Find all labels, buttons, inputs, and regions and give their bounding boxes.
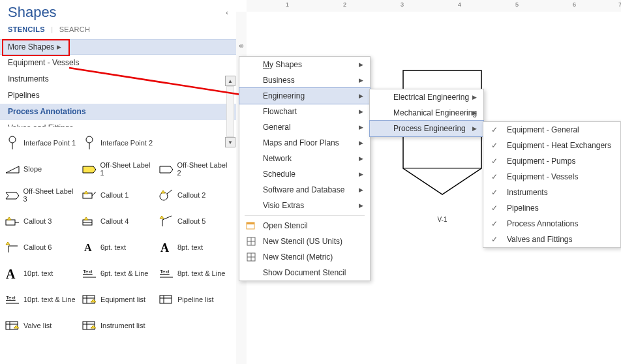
shape-item[interactable]: Off-Sheet Label 1 <box>81 158 155 180</box>
shape-item[interactable]: Callout 2 <box>158 184 232 206</box>
menu-item-instruments[interactable]: ✓Instruments <box>483 185 620 200</box>
menu-item-process-engineering[interactable]: Process Engineering▶ <box>369 120 484 137</box>
shape-item[interactable]: Instrument list <box>81 314 155 337</box>
shape-label: Callout 4 <box>100 217 129 225</box>
shape-item[interactable]: Off-Sheet Label 3 <box>4 184 78 206</box>
scroll-track[interactable] <box>226 86 234 137</box>
shape-item[interactable]: Callout 4 <box>81 210 155 232</box>
menu-item-equipment-pumps[interactable]: ✓Equipment - Pumps <box>483 153 620 169</box>
shape-item[interactable]: Callout 3 <box>4 210 78 232</box>
stencil-row[interactable]: Pipelines <box>0 87 236 104</box>
stencil-row[interactable]: Process Annotations <box>0 104 236 120</box>
shape-item[interactable]: Off-Sheet Label 2 <box>158 158 232 180</box>
shape-item[interactable]: Valve list <box>4 314 78 337</box>
tab-search[interactable]: SEARCH <box>59 25 91 33</box>
menu-item-open-stencil[interactable]: Open Stencil <box>239 218 370 234</box>
chevron-right-icon: ▶ <box>359 187 363 193</box>
collapse-shapes-icon[interactable]: ‹ <box>226 8 228 16</box>
shape-label: Callout 3 <box>23 217 52 225</box>
chevron-right-icon: ▶ <box>359 108 363 115</box>
shape-label: Off-Sheet Label 3 <box>23 187 78 203</box>
stencil-row[interactable]: Instruments <box>0 71 236 87</box>
stencil-row[interactable]: Equipment - Vessels <box>0 55 236 71</box>
shape-item[interactable]: Equipment list <box>81 288 155 311</box>
more-shapes-menu: My Shapes▶ Business▶ Engineering▶ Flowch… <box>239 56 371 281</box>
svg-text:Text: Text <box>6 295 16 301</box>
shape-item[interactable]: Interface Point 1 <box>4 132 78 154</box>
callout-icon <box>4 213 21 230</box>
menu-item-equipment-general[interactable]: ✓Equipment - General <box>483 122 620 138</box>
menu-item-equipment-heat-exchangers[interactable]: ✓Equipment - Heat Exchangers <box>483 138 620 153</box>
menu-item-show-document-stencil[interactable]: Show Document Stencil <box>239 265 370 281</box>
shape-item[interactable]: Callout 6 <box>4 236 78 258</box>
shape-item[interactable]: Text8pt. text & Line <box>158 262 232 284</box>
menu-item-schedule[interactable]: Schedule▶ <box>239 166 370 182</box>
menu-item-flowchart[interactable]: Flowchart▶ <box>239 104 370 119</box>
shape-label: Pipeline list <box>177 296 214 303</box>
shape-label: Off-Sheet Label 2 <box>177 161 232 177</box>
shape-label: Slope <box>23 165 42 173</box>
slope-icon <box>4 160 21 177</box>
more-shapes-row[interactable]: More Shapes ▶ <box>0 39 236 55</box>
vessel-shape[interactable]: V-1 <box>390 57 494 223</box>
menu-item-maps-floor-plans[interactable]: Maps and Floor Plans▶ <box>239 135 370 151</box>
ruler-tick: 1 <box>286 1 289 8</box>
menu-item-general[interactable]: General▶ <box>239 119 370 135</box>
shapes-panel: Shapes ‹ STENCILS | SEARCH More Shapes ▶… <box>0 0 237 364</box>
shape-item[interactable]: Interface Point 2 <box>81 132 155 154</box>
menu-item-visio-extras[interactable]: Visio Extras▶ <box>239 198 370 213</box>
menu-item-my-shapes[interactable]: My Shapes▶ <box>239 57 370 72</box>
shape-item[interactable]: A6pt. text <box>81 236 155 258</box>
shape-item[interactable]: Text10pt. text & Line <box>4 288 78 311</box>
menu-item-electrical-engineering[interactable]: Electrical Engineering▶ <box>370 89 483 105</box>
tab-stencils[interactable]: STENCILS <box>8 25 45 33</box>
chevron-right-icon: ▶ <box>472 94 477 100</box>
menu-item-valves-and-fittings[interactable]: ✓Valves and Fittings <box>483 232 620 247</box>
ruler-tick: 4 <box>458 1 461 8</box>
menu-item-equipment-vessels[interactable]: ✓Equipment - Vessels <box>483 169 620 185</box>
check-icon: ✓ <box>491 157 498 166</box>
menu-item-pipelines[interactable]: ✓Pipelines <box>483 200 620 216</box>
shape-label: Callout 5 <box>177 217 205 225</box>
shape-item[interactable]: Callout 5 <box>158 210 232 232</box>
menu-item-process-annotations[interactable]: ✓Process Annotations <box>483 216 620 232</box>
shape-label: Valve list <box>23 322 52 329</box>
shape-item[interactable]: Slope <box>4 158 78 180</box>
text-line-icon: Text <box>158 265 175 282</box>
new-stencil-icon <box>246 236 256 247</box>
list-icon <box>81 291 98 308</box>
chevron-right-icon: ▶ <box>472 110 477 116</box>
shapes-panel-title-row: Shapes ‹ <box>0 0 236 23</box>
offsheet-label-icon <box>4 187 21 204</box>
scroll-down-icon[interactable]: ▼ <box>225 137 235 147</box>
menu-item-new-stencil-metric[interactable]: New Stencil (Metric) <box>239 249 370 265</box>
scroll-up-icon[interactable]: ▲ <box>225 76 235 86</box>
shape-label: Interface Point 2 <box>100 139 153 147</box>
menu-item-mechanical-engineering[interactable]: Mechanical Engineering▶ <box>370 105 483 121</box>
interface-point-icon <box>4 134 21 151</box>
menu-item-software-database[interactable]: Software and Database▶ <box>239 182 370 198</box>
shape-item[interactable]: Text6pt. text & Line <box>81 262 155 284</box>
svg-line-12 <box>167 190 172 194</box>
shapes-tabs: STENCILS | SEARCH <box>0 23 236 39</box>
stencil-scrollbar[interactable]: ▲ ▼ <box>226 76 235 147</box>
chevron-right-icon: ▶ <box>359 202 363 209</box>
menu-item-new-stencil-us[interactable]: New Stencil (US Units) <box>239 234 370 249</box>
stencil-row[interactable]: Valves and Fittings <box>0 120 236 127</box>
menu-item-network[interactable]: Network▶ <box>239 151 370 166</box>
ruler-tick: 6 <box>573 1 576 8</box>
svg-text:Text: Text <box>160 269 170 275</box>
menu-item-business[interactable]: Business▶ <box>239 72 370 88</box>
shape-item[interactable]: Pipeline list <box>158 288 232 311</box>
check-icon: ✓ <box>491 204 498 213</box>
menu-separator <box>245 215 365 216</box>
shape-item[interactable]: Callout 1 <box>81 184 155 206</box>
menu-item-engineering[interactable]: Engineering▶ <box>239 87 371 104</box>
chevron-right-icon: ▶ <box>57 44 61 50</box>
svg-marker-4 <box>6 166 19 173</box>
shape-item[interactable]: A8pt. text <box>158 236 232 258</box>
callout-icon <box>158 213 175 230</box>
shape-item[interactable]: A10pt. text <box>4 262 78 284</box>
chevron-right-icon: ▶ <box>359 171 363 177</box>
shape-item-empty <box>158 314 232 337</box>
